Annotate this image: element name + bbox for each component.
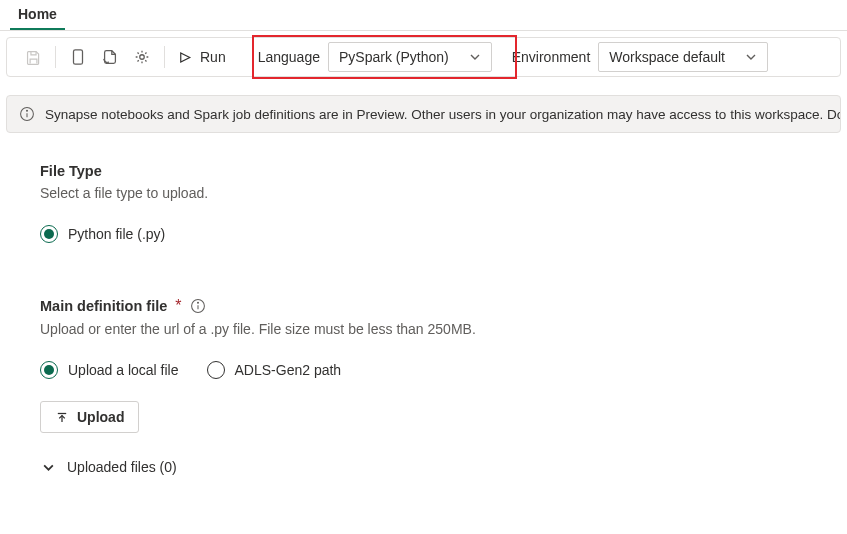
run-label: Run xyxy=(200,49,226,65)
language-select[interactable]: PySpark (Python) xyxy=(328,42,492,72)
tab-home[interactable]: Home xyxy=(10,0,65,30)
settings-icon[interactable] xyxy=(126,43,158,71)
main-def-option-upload[interactable]: Upload a local file xyxy=(40,361,179,379)
toolbar: Run Language PySpark (Python) Environmen… xyxy=(6,37,841,77)
file-type-option-label: Python file (.py) xyxy=(68,226,165,242)
language-label: Language xyxy=(250,49,328,65)
radio-icon xyxy=(40,361,58,379)
main-def-title: Main definition file xyxy=(40,298,167,314)
environment-label: Environment xyxy=(504,49,599,65)
play-icon xyxy=(177,50,192,65)
svg-point-4 xyxy=(27,110,28,111)
chevron-down-icon xyxy=(42,461,55,474)
main-def-radio-group: Upload a local file ADLS-Gen2 path xyxy=(40,361,807,379)
upload-button-label: Upload xyxy=(77,409,124,425)
file-type-option-python[interactable]: Python file (.py) xyxy=(40,225,807,243)
language-value: PySpark (Python) xyxy=(339,49,449,65)
chevron-down-icon xyxy=(469,51,481,63)
uploaded-files-accordion[interactable]: Uploaded files (0) xyxy=(40,459,807,475)
svg-point-7 xyxy=(197,302,198,303)
svg-rect-0 xyxy=(74,50,83,64)
svg-point-1 xyxy=(140,55,145,60)
form-area: File Type Select a file type to upload. … xyxy=(0,133,847,505)
radio-icon xyxy=(207,361,225,379)
preview-banner: Synapse notebooks and Spark job definiti… xyxy=(6,95,841,133)
environment-value: Workspace default xyxy=(609,49,725,65)
toolbar-wrap: Run Language PySpark (Python) Environmen… xyxy=(0,37,847,77)
import-icon[interactable] xyxy=(94,43,126,71)
main-def-desc: Upload or enter the url of a .py file. F… xyxy=(40,321,807,337)
radio-icon xyxy=(40,225,58,243)
option-upload-label: Upload a local file xyxy=(68,362,179,378)
upload-icon xyxy=(55,410,69,424)
save-icon xyxy=(17,43,49,71)
file-type-desc: Select a file type to upload. xyxy=(40,185,807,201)
environment-select[interactable]: Workspace default xyxy=(598,42,768,72)
notebook-icon[interactable] xyxy=(62,43,94,71)
separator xyxy=(164,46,165,68)
file-type-title: File Type xyxy=(40,163,807,179)
run-button[interactable]: Run xyxy=(171,43,232,71)
required-mark: * xyxy=(175,297,181,315)
separator xyxy=(55,46,56,68)
option-adls-label: ADLS-Gen2 path xyxy=(235,362,342,378)
info-icon[interactable] xyxy=(190,298,206,314)
banner-text: Synapse notebooks and Spark job definiti… xyxy=(45,107,841,122)
chevron-down-icon xyxy=(745,51,757,63)
uploaded-files-label: Uploaded files (0) xyxy=(67,459,177,475)
main-def-option-adls[interactable]: ADLS-Gen2 path xyxy=(207,361,342,379)
upload-button[interactable]: Upload xyxy=(40,401,139,433)
tab-bar: Home xyxy=(0,0,847,31)
info-icon xyxy=(19,106,35,122)
